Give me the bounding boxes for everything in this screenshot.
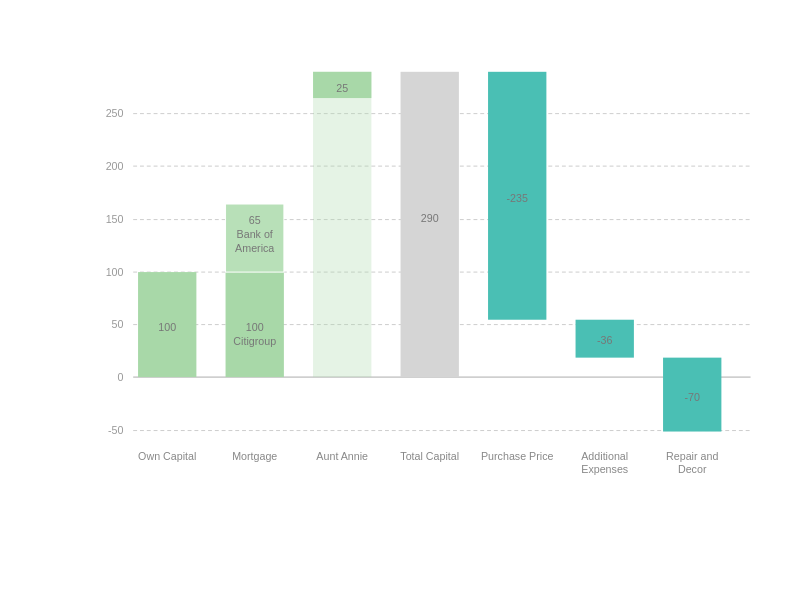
y-label-250: 250: [106, 108, 124, 120]
x-label-purchase-price: Purchase Price: [481, 450, 554, 462]
bar-label-own-capital: 100: [158, 321, 176, 333]
main-chart: .axis-label { font-size: 11px; fill: #99…: [70, 35, 770, 515]
label-mortgage-citigroup-name: Citigroup: [233, 335, 276, 347]
bar-label-additional-expenses: -36: [597, 334, 613, 346]
bar-label-aunt-annie: 25: [336, 82, 348, 94]
x-label-mortgage: Mortgage: [232, 450, 277, 462]
x-label-total-capital: Total Capital: [400, 450, 459, 462]
bar-aunt-annie-background: [313, 72, 371, 377]
bar-label-purchase-price: -235: [507, 192, 528, 204]
x-label-own-capital: Own Capital: [138, 450, 196, 462]
label-mortgage-boa-name1: Bank of: [237, 228, 273, 240]
bar-total-capital: [401, 72, 459, 377]
x-label-repair-decor-2: Decor: [678, 463, 707, 475]
chart-area: .axis-label { font-size: 11px; fill: #99…: [70, 35, 770, 515]
bar-label-repair-decor: -70: [684, 391, 700, 403]
label-mortgage-boa-value: 65: [249, 214, 261, 226]
y-label-100: 100: [106, 266, 124, 278]
x-label-additional-expenses-1: Additional: [581, 450, 628, 462]
chart-container: .axis-label { font-size: 11px; fill: #99…: [10, 15, 790, 585]
y-label-minus50: -50: [108, 424, 124, 436]
y-label-0: 0: [118, 371, 124, 383]
y-label-50: 50: [112, 318, 124, 330]
x-label-aunt-annie: Aunt Annie: [316, 450, 368, 462]
bar-label-total-capital: 290: [421, 212, 439, 224]
label-mortgage-boa-name2: America: [235, 242, 274, 254]
y-label-150: 150: [106, 213, 124, 225]
x-label-repair-decor-1: Repair and: [666, 450, 718, 462]
y-label-200: 200: [106, 160, 124, 172]
x-label-additional-expenses-2: Expenses: [581, 463, 628, 475]
label-mortgage-citigroup-value: 100: [246, 321, 264, 333]
